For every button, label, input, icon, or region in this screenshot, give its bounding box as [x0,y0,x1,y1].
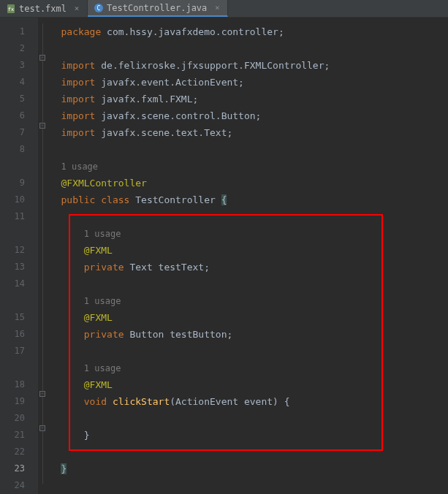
code-line[interactable]: @FXML [38,242,448,259]
code-line[interactable] [38,276,448,292]
tab-testcontroller-java[interactable]: C TestController.java × [88,0,228,17]
code-line[interactable]: } [38,460,448,477]
usage-hint[interactable]: 1 usage [38,292,448,309]
java-class-icon: C [94,3,104,13]
svg-text:C: C [97,5,101,12]
line-number: 9 [0,175,38,191]
editor-tabs: fx test.fxml × C TestController.java × [0,0,448,18]
tab-test-fxml[interactable]: fx test.fxml × [0,0,88,17]
code-editor[interactable]: 1 2 3 4 5 6 7 8 9 10 11 12 13 14 15 16 1… [0,18,448,494]
line-number: 8 [0,141,38,158]
code-line[interactable] [38,141,448,158]
line-number: 13 [0,259,38,276]
code-content[interactable]: package com.hssy.javafxdemo.controller; … [38,18,448,494]
code-line[interactable] [38,40,448,57]
code-line[interactable]: import javafx.scene.text.Text; [38,124,448,141]
line-number [0,225,38,242]
code-line[interactable] [38,208,448,225]
code-line[interactable] [38,477,448,494]
code-line[interactable]: private Text testText; [38,259,448,276]
usage-hint[interactable]: 1 usage [38,225,448,242]
line-number: 7 [0,124,38,141]
fxml-file-icon: fx [6,4,16,14]
line-number: 5 [0,91,38,107]
collapse-marker-icon[interactable]: - [39,425,45,431]
code-line[interactable]: } [38,427,448,444]
line-number: 19 [0,393,38,410]
code-line[interactable]: public class TestController { [38,191,448,208]
code-line[interactable]: package com.hssy.javafxdemo.controller; [38,23,448,40]
code-line[interactable]: void clickStart(ActionEvent event) { [38,393,448,410]
svg-text:fx: fx [8,7,14,12]
line-number: 11 [0,208,38,225]
code-line[interactable]: @FXML [38,376,448,393]
line-number [0,360,38,376]
line-number: 12 [0,242,38,259]
line-number: 6 [0,107,38,124]
line-number: 3 [0,57,38,74]
line-number: 1 [0,23,38,40]
line-number-gutter: 1 2 3 4 5 6 7 8 9 10 11 12 13 14 15 16 1… [0,18,38,494]
code-line[interactable] [38,343,448,360]
tab-label: TestController.java [107,3,207,13]
code-line[interactable]: @FXML [38,309,448,326]
line-number: 4 [0,74,38,91]
code-line[interactable]: import javafx.scene.control.Button; [38,107,448,124]
line-number: 2 [0,40,38,57]
line-number: 20 [0,410,38,427]
line-number: 17 [0,343,38,360]
line-number: 21 [0,427,38,444]
line-number: 15 [0,309,38,326]
line-number: 10 [0,191,38,208]
code-line[interactable]: @FXMLController [38,175,448,191]
code-line[interactable]: import javafx.event.ActionEvent; [38,74,448,91]
line-number: 16 [0,326,38,343]
collapse-marker-icon[interactable]: - [39,123,45,129]
line-number: 18 [0,376,38,393]
usage-hint[interactable]: 1 usage [38,360,448,376]
tab-label: test.fxml [19,4,67,14]
line-number: 23 [0,460,38,477]
code-line[interactable] [38,410,448,427]
close-tab-icon[interactable]: × [72,4,81,13]
code-line[interactable]: import javafx.fxml.FXML; [38,91,448,107]
line-number: 22 [0,444,38,460]
line-number [0,158,38,175]
line-number: 14 [0,276,38,292]
code-line[interactable]: import de.felixroske.jfxsupport.FXMLCont… [38,57,448,74]
line-number [0,292,38,309]
close-tab-icon[interactable]: × [213,4,221,12]
collapse-marker-icon[interactable]: - [39,55,45,61]
collapse-marker-icon[interactable]: - [39,391,45,397]
usage-hint[interactable]: 1 usage [38,158,448,175]
code-line[interactable]: private Button testButton; [38,326,448,343]
line-number: 24 [0,477,38,494]
code-line[interactable] [38,444,448,460]
